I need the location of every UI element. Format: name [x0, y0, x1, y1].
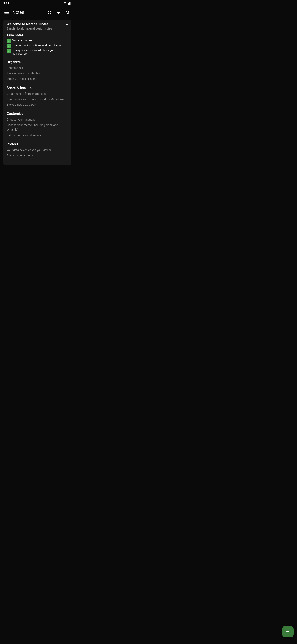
- svg-point-15: [66, 11, 69, 14]
- welcome-note-card[interactable]: Welcome to Material Notes Simple, local,…: [3, 20, 71, 165]
- svg-rect-4: [70, 2, 71, 5]
- svg-rect-12: [56, 11, 61, 11]
- customize-section: Customize Choose your language Choose yo…: [6, 112, 68, 138]
- grid-view-icon[interactable]: [45, 8, 54, 16]
- take-notes-heading: Take notes: [6, 34, 68, 37]
- status-icons: [63, 2, 71, 5]
- svg-rect-6: [4, 12, 9, 13]
- checkbox-3: [6, 49, 11, 53]
- status-bar: 3:33: [0, 0, 74, 6]
- svg-rect-3: [69, 2, 70, 5]
- customize-heading: Customize: [6, 112, 68, 116]
- organize-text-2: Pin & recover from the bin: [6, 71, 68, 76]
- note-title: Welcome to Material Notes: [6, 22, 68, 26]
- svg-line-16: [68, 13, 69, 14]
- sort-icon[interactable]: [54, 8, 63, 16]
- organize-section: Organize Search & sort Pin & recover fro…: [6, 60, 68, 81]
- checklist-item-2: Use formatting options and undo/redo: [6, 44, 68, 48]
- protect-text-1: Your data never leaves your device: [6, 148, 68, 152]
- svg-rect-10: [48, 13, 49, 14]
- organize-heading: Organize: [6, 60, 68, 64]
- svg-rect-11: [50, 13, 51, 14]
- svg-point-0: [64, 4, 65, 5]
- svg-rect-8: [48, 11, 49, 12]
- customize-text-1: Choose your language: [6, 117, 68, 122]
- share-backup-section: Share & backup Create a note from shared…: [6, 86, 68, 107]
- svg-rect-1: [68, 4, 68, 5]
- toolbar-actions: [45, 8, 72, 16]
- organize-text-3: Display in a list or a grid: [6, 76, 68, 81]
- checklist-text-2: Use formatting options and undo/redo: [12, 44, 61, 47]
- checklist-text-1: Write text notes: [12, 39, 32, 42]
- customize-text-3: Hide features you don't need: [6, 133, 68, 138]
- svg-rect-7: [4, 14, 9, 14]
- protect-text-2: Encrypt your exports: [6, 153, 68, 158]
- take-notes-section: Take notes Write text notes Use formatti…: [6, 34, 68, 55]
- pin-icon: [65, 22, 68, 27]
- protect-section: Protect Your data never leaves your devi…: [6, 142, 68, 158]
- toolbar: Notes: [0, 6, 74, 18]
- protect-heading: Protect: [6, 142, 68, 146]
- share-text-3: Backup notes as JSON: [6, 102, 68, 107]
- hamburger-menu-icon[interactable]: [2, 8, 11, 16]
- wifi-icon: [63, 2, 67, 5]
- organize-text-1: Search & sort: [6, 66, 68, 70]
- share-text-2: Share notes as text and export as Markdo…: [6, 97, 68, 102]
- svg-rect-5: [4, 11, 9, 11]
- checklist-item-3: Use quick action to add from your homesc…: [6, 49, 68, 55]
- note-subtitle: Simple, local, material design notes: [6, 27, 68, 30]
- main-content: Welcome to Material Notes Simple, local,…: [0, 18, 74, 170]
- share-backup-heading: Share & backup: [6, 86, 68, 90]
- svg-rect-13: [57, 12, 60, 12]
- checkbox-1: [6, 39, 11, 43]
- share-text-1: Create a note from shared text: [6, 92, 68, 96]
- svg-rect-14: [58, 14, 59, 14]
- signal-icon: [68, 2, 71, 5]
- search-icon[interactable]: [63, 8, 72, 16]
- app-title: Notes: [12, 10, 45, 15]
- svg-rect-2: [68, 3, 69, 5]
- customize-text-2: Choose your theme (including black and d…: [6, 123, 68, 132]
- status-time: 3:33: [3, 2, 9, 5]
- checklist-text-3: Use quick action to add from your homesc…: [12, 49, 68, 55]
- svg-rect-9: [50, 11, 51, 12]
- checkbox-2: [6, 44, 11, 48]
- checklist-item-1: Write text notes: [6, 39, 68, 43]
